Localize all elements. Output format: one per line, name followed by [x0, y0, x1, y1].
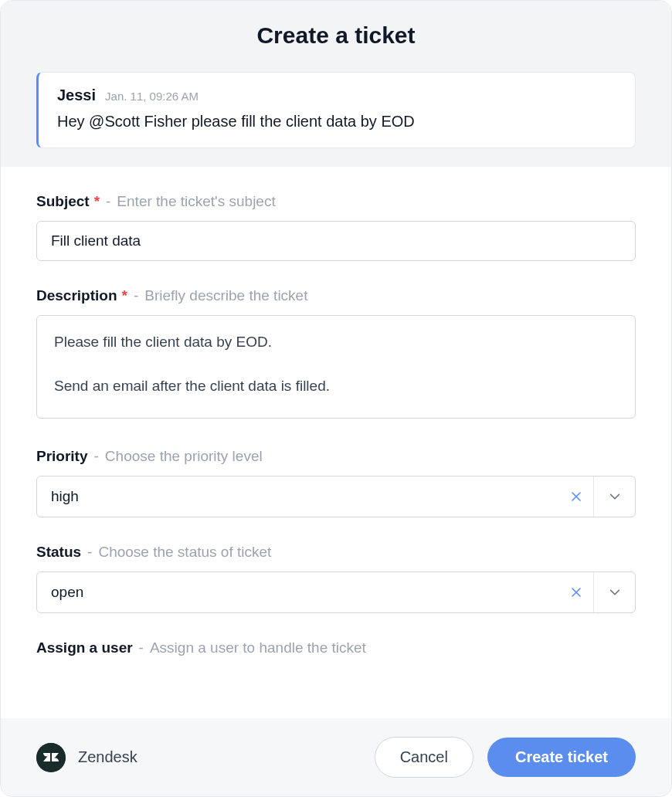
status-clear-button[interactable] — [559, 572, 593, 612]
description-label-row: Description* - Briefly describe the tick… — [36, 287, 636, 304]
close-icon — [570, 490, 582, 503]
svg-point-4 — [36, 743, 66, 772]
chevron-down-icon — [608, 490, 622, 504]
assign-group: Assign a user - Assign a user to handle … — [36, 639, 636, 656]
footer-integration: Zendesk — [36, 743, 137, 772]
zendesk-icon — [36, 743, 66, 772]
modal-header: Create a ticket Jessi Jan. 11, 09:26 AM … — [1, 1, 671, 167]
required-asterisk: * — [94, 193, 100, 210]
status-select[interactable]: open — [36, 571, 636, 613]
description-hint: Briefly describe the ticket — [144, 287, 307, 304]
modal-footer: Zendesk Cancel Create ticket — [1, 718, 671, 796]
subject-label: Subject — [36, 193, 90, 210]
priority-label: Priority — [36, 448, 88, 465]
description-input[interactable]: Please fill the client data by EOD. Send… — [36, 315, 636, 419]
subject-input[interactable] — [36, 221, 636, 261]
message-timestamp: Jan. 11, 09:26 AM — [105, 90, 199, 103]
status-hint: Choose the status of ticket — [98, 544, 271, 561]
subject-label-row: Subject* - Enter the ticket's subject — [36, 193, 636, 210]
cancel-button[interactable]: Cancel — [375, 737, 473, 778]
priority-value: high — [37, 477, 559, 517]
chevron-down-icon — [608, 585, 622, 599]
assign-label-row: Assign a user - Assign a user to handle … — [36, 639, 636, 656]
required-asterisk: * — [122, 287, 127, 304]
ticket-form: Subject* - Enter the ticket's subject De… — [1, 167, 671, 796]
integration-name: Zendesk — [78, 748, 137, 766]
modal-title: Create a ticket — [36, 22, 636, 49]
priority-hint: Choose the priority level — [105, 448, 263, 465]
priority-dropdown-button[interactable] — [593, 477, 635, 517]
label-separator: - — [139, 639, 144, 656]
message-header: Jessi Jan. 11, 09:26 AM — [57, 86, 616, 104]
description-group: Description* - Briefly describe the tick… — [36, 287, 636, 422]
assign-label: Assign a user — [36, 639, 133, 656]
subject-hint: Enter the ticket's subject — [117, 193, 275, 210]
subject-group: Subject* - Enter the ticket's subject — [36, 193, 636, 261]
create-ticket-button[interactable]: Create ticket — [487, 738, 636, 777]
label-separator: - — [106, 193, 110, 210]
assign-hint: Assign a user to handle the ticket — [150, 639, 366, 656]
footer-actions: Cancel Create ticket — [375, 737, 636, 778]
status-group: Status - Choose the status of ticket ope… — [36, 544, 636, 613]
status-dropdown-button[interactable] — [593, 572, 635, 612]
create-ticket-modal: Create a ticket Jessi Jan. 11, 09:26 AM … — [0, 0, 672, 797]
priority-select[interactable]: high — [36, 476, 636, 517]
label-separator: - — [134, 287, 138, 304]
close-icon — [570, 586, 582, 599]
priority-group: Priority - Choose the priority level hig… — [36, 448, 636, 517]
priority-clear-button[interactable] — [559, 477, 593, 517]
message-body: Hey @Scott Fisher please fill the client… — [57, 110, 616, 132]
label-separator: - — [94, 448, 99, 465]
message-author: Jessi — [57, 86, 96, 104]
status-value: open — [37, 572, 559, 612]
status-label: Status — [36, 544, 81, 561]
priority-label-row: Priority - Choose the priority level — [36, 448, 636, 465]
label-separator: - — [87, 544, 92, 561]
status-label-row: Status - Choose the status of ticket — [36, 544, 636, 561]
description-label: Description — [36, 287, 117, 304]
source-message-card: Jessi Jan. 11, 09:26 AM Hey @Scott Fishe… — [36, 72, 636, 148]
